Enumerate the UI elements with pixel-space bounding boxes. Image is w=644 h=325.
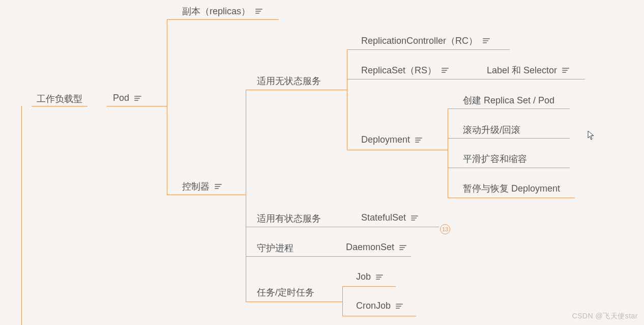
node-pod[interactable]: Pod	[113, 93, 141, 103]
node-dep-pause[interactable]: 暂停与恢复 Deployment	[463, 182, 560, 195]
node-rc-label: ReplicationController（RC）	[361, 35, 478, 47]
node-stateless-label: 适用无状态服务	[257, 75, 321, 87]
connector	[107, 106, 158, 106]
notes-icon	[483, 38, 490, 43]
connector	[448, 198, 575, 198]
notes-icon	[376, 275, 383, 280]
connector	[167, 19, 167, 195]
connector	[342, 286, 396, 287]
node-dep-roll[interactable]: 滚动升级/回滚	[463, 124, 520, 136]
notes-icon	[411, 215, 418, 221]
node-daemon[interactable]: 守护进程	[257, 242, 294, 254]
node-jobs[interactable]: 任务/定时任务	[257, 286, 314, 299]
connector	[347, 150, 436, 150]
node-stateful-label: 适用有状态服务	[257, 212, 321, 225]
node-deployment[interactable]: Deployment	[361, 134, 422, 145]
connector	[246, 302, 342, 302]
node-root-label: 工作负载型	[37, 93, 82, 105]
notes-icon	[442, 68, 449, 73]
node-root[interactable]: 工作负载型	[37, 93, 82, 105]
connector	[246, 90, 246, 302]
node-daemonset-label: DaemonSet	[346, 242, 394, 253]
connector	[21, 106, 22, 325]
connector	[167, 195, 238, 195]
count-badge-label: 13	[442, 226, 448, 232]
connector	[32, 106, 87, 106]
connector	[167, 19, 279, 20]
cursor-icon	[588, 130, 595, 141]
connector	[448, 168, 570, 168]
notes-icon	[562, 68, 569, 73]
connector	[342, 90, 347, 90]
notes-icon	[255, 9, 262, 14]
node-statefulset-label: StatefulSet	[361, 212, 406, 223]
connector	[347, 79, 459, 79]
node-cronjob-label: CronJob	[356, 301, 391, 311]
connector	[436, 150, 448, 150]
connector	[347, 49, 510, 50]
node-labelsel[interactable]: Label 和 Selector	[487, 64, 569, 76]
node-rc[interactable]: ReplicationController（RC）	[361, 35, 490, 47]
connector	[448, 109, 570, 109]
connector	[448, 109, 448, 198]
connector	[246, 256, 411, 257]
connector	[158, 106, 167, 106]
node-labelsel-label: Label 和 Selector	[487, 64, 557, 76]
node-pod-label: Pod	[113, 93, 129, 103]
connector	[246, 227, 439, 227]
notes-icon	[399, 245, 406, 250]
node-daemon-label: 守护进程	[257, 242, 294, 254]
node-dep-pause-label: 暂停与恢复 Deployment	[463, 182, 560, 195]
notes-icon	[215, 184, 222, 189]
connector	[342, 286, 343, 316]
node-stateless[interactable]: 适用无状态服务	[257, 75, 321, 87]
connector	[342, 316, 416, 316]
node-daemonset[interactable]: DaemonSet	[346, 242, 406, 253]
node-dep-scale[interactable]: 平滑扩容和缩容	[463, 153, 527, 165]
node-controller[interactable]: 控制器	[182, 180, 222, 193]
notes-icon	[134, 96, 141, 101]
mindmap-canvas: 工作负载型 Pod 副本（replicas） 控制器 适用无状态服务 适用有状态…	[0, 0, 644, 325]
node-deployment-label: Deployment	[361, 134, 410, 145]
connector	[459, 79, 585, 79]
node-rs[interactable]: ReplicaSet（RS）	[361, 64, 449, 76]
connector	[448, 138, 570, 139]
node-controller-label: 控制器	[182, 180, 210, 193]
notes-icon	[415, 138, 422, 143]
watermark: CSDN @飞天使star	[572, 312, 638, 321]
node-job-label: Job	[356, 272, 371, 282]
notes-icon	[396, 304, 403, 309]
node-replicas-label: 副本（replicas）	[182, 5, 250, 17]
count-badge: 13	[440, 224, 450, 234]
connector	[246, 90, 342, 90]
node-rs-label: ReplicaSet（RS）	[361, 64, 436, 76]
node-statefulset[interactable]: StatefulSet	[361, 212, 418, 223]
node-stateful[interactable]: 适用有状态服务	[257, 212, 321, 225]
connector	[347, 49, 347, 150]
node-dep-scale-label: 平滑扩容和缩容	[463, 153, 527, 165]
node-dep-create[interactable]: 创建 Replica Set / Pod	[463, 94, 554, 106]
node-dep-roll-label: 滚动升级/回滚	[463, 124, 520, 136]
node-replicas[interactable]: 副本（replicas）	[182, 5, 262, 17]
node-cronjob[interactable]: CronJob	[356, 301, 403, 311]
node-jobs-label: 任务/定时任务	[257, 286, 314, 299]
node-job[interactable]: Job	[356, 272, 383, 282]
node-dep-create-label: 创建 Replica Set / Pod	[463, 94, 554, 106]
connector	[238, 195, 246, 195]
